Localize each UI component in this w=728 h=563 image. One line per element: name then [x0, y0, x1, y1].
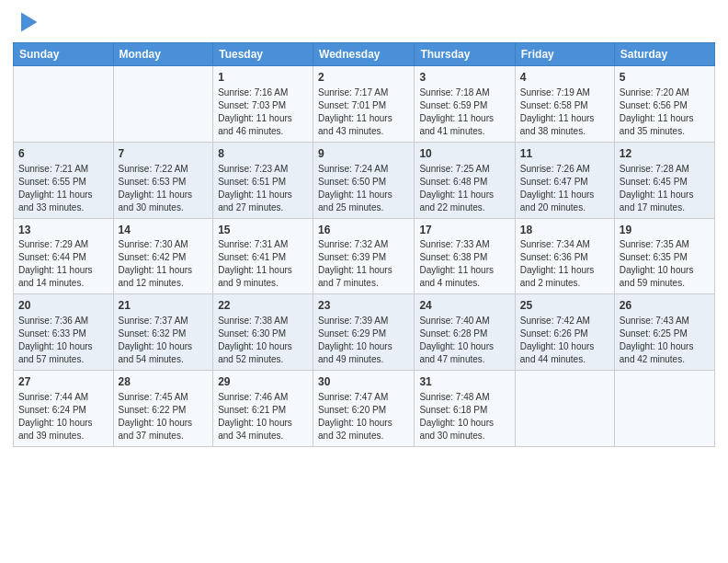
day-info: Sunrise: 7:19 AM Sunset: 6:58 PM Dayligh… — [520, 86, 609, 138]
day-number: 14 — [119, 223, 209, 238]
day-info: Sunrise: 7:20 AM Sunset: 6:56 PM Dayligh… — [620, 86, 710, 138]
day-info: Sunrise: 7:32 AM Sunset: 6:39 PM Dayligh… — [318, 238, 409, 290]
header-cell-friday: Friday — [515, 43, 614, 66]
day-number: 15 — [218, 223, 308, 238]
calendar-cell: 28Sunrise: 7:45 AM Sunset: 6:22 PM Dayli… — [113, 371, 213, 447]
main-container: SundayMondayTuesdayWednesdayThursdayFrid… — [0, 0, 728, 454]
day-info: Sunrise: 7:21 AM Sunset: 6:55 PM Dayligh… — [18, 163, 108, 214]
week-row-2: 6Sunrise: 7:21 AM Sunset: 6:55 PM Daylig… — [14, 142, 715, 218]
calendar-cell: 14Sunrise: 7:30 AM Sunset: 6:42 PM Dayli… — [113, 218, 213, 294]
logo-icon — [15, 9, 40, 35]
day-number: 7 — [119, 146, 209, 162]
day-info: Sunrise: 7:33 AM Sunset: 6:38 PM Dayligh… — [419, 238, 509, 290]
day-number: 13 — [18, 223, 108, 238]
day-number: 19 — [620, 223, 710, 238]
svg-marker-0 — [21, 13, 38, 32]
day-number: 30 — [318, 374, 409, 390]
day-info: Sunrise: 7:37 AM Sunset: 6:32 PM Dayligh… — [119, 315, 209, 366]
day-number: 10 — [419, 146, 509, 162]
week-row-4: 20Sunrise: 7:36 AM Sunset: 6:33 PM Dayli… — [14, 294, 715, 371]
calendar-cell: 21Sunrise: 7:37 AM Sunset: 6:32 PM Dayli… — [113, 294, 213, 371]
day-info: Sunrise: 7:28 AM Sunset: 6:45 PM Dayligh… — [620, 163, 710, 214]
calendar-cell: 25Sunrise: 7:42 AM Sunset: 6:26 PM Dayli… — [515, 294, 614, 371]
calendar-table: SundayMondayTuesdayWednesdayThursdayFrid… — [13, 42, 715, 447]
day-info: Sunrise: 7:45 AM Sunset: 6:22 PM Dayligh… — [119, 391, 209, 442]
day-number: 23 — [318, 298, 409, 314]
header-cell-thursday: Thursday — [415, 43, 515, 66]
day-number: 1 — [218, 70, 308, 86]
calendar-cell: 11Sunrise: 7:26 AM Sunset: 6:47 PM Dayli… — [515, 142, 614, 218]
week-row-3: 13Sunrise: 7:29 AM Sunset: 6:44 PM Dayli… — [14, 218, 715, 294]
header-cell-wednesday: Wednesday — [313, 43, 415, 66]
day-info: Sunrise: 7:43 AM Sunset: 6:25 PM Dayligh… — [620, 315, 710, 366]
calendar-cell: 9Sunrise: 7:24 AM Sunset: 6:50 PM Daylig… — [313, 142, 415, 218]
day-info: Sunrise: 7:34 AM Sunset: 6:36 PM Dayligh… — [520, 238, 609, 290]
day-info: Sunrise: 7:30 AM Sunset: 6:42 PM Dayligh… — [119, 238, 209, 290]
day-info: Sunrise: 7:36 AM Sunset: 6:33 PM Dayligh… — [18, 315, 108, 366]
calendar-cell: 16Sunrise: 7:32 AM Sunset: 6:39 PM Dayli… — [313, 218, 415, 294]
calendar-cell: 13Sunrise: 7:29 AM Sunset: 6:44 PM Dayli… — [14, 218, 114, 294]
day-number: 21 — [119, 298, 209, 314]
calendar-cell: 27Sunrise: 7:44 AM Sunset: 6:24 PM Dayli… — [14, 371, 114, 447]
day-info: Sunrise: 7:46 AM Sunset: 6:21 PM Dayligh… — [218, 391, 308, 442]
day-info: Sunrise: 7:39 AM Sunset: 6:29 PM Dayligh… — [318, 315, 409, 366]
calendar-cell: 30Sunrise: 7:47 AM Sunset: 6:20 PM Dayli… — [313, 371, 415, 447]
calendar-cell: 17Sunrise: 7:33 AM Sunset: 6:38 PM Dayli… — [415, 218, 515, 294]
day-number: 9 — [318, 146, 409, 162]
calendar-cell: 29Sunrise: 7:46 AM Sunset: 6:21 PM Dayli… — [213, 371, 313, 447]
day-info: Sunrise: 7:22 AM Sunset: 6:53 PM Dayligh… — [119, 163, 209, 214]
header-cell-monday: Monday — [113, 43, 213, 66]
calendar-cell — [113, 66, 213, 143]
header-cell-sunday: Sunday — [14, 43, 114, 66]
day-info: Sunrise: 7:38 AM Sunset: 6:30 PM Dayligh… — [218, 315, 308, 366]
day-info: Sunrise: 7:18 AM Sunset: 6:59 PM Dayligh… — [419, 86, 509, 138]
calendar-cell — [614, 371, 714, 447]
day-info: Sunrise: 7:26 AM Sunset: 6:47 PM Dayligh… — [520, 163, 609, 214]
calendar-cell: 24Sunrise: 7:40 AM Sunset: 6:28 PM Dayli… — [415, 294, 515, 371]
day-info: Sunrise: 7:31 AM Sunset: 6:41 PM Dayligh… — [218, 238, 308, 290]
calendar-cell: 8Sunrise: 7:23 AM Sunset: 6:51 PM Daylig… — [213, 142, 313, 218]
day-number: 12 — [620, 146, 710, 162]
day-number: 11 — [520, 146, 609, 162]
day-number: 17 — [419, 223, 509, 238]
calendar-cell: 3Sunrise: 7:18 AM Sunset: 6:59 PM Daylig… — [415, 66, 515, 143]
calendar-cell: 12Sunrise: 7:28 AM Sunset: 6:45 PM Dayli… — [614, 142, 714, 218]
day-info: Sunrise: 7:48 AM Sunset: 6:18 PM Dayligh… — [419, 391, 509, 442]
day-number: 3 — [419, 70, 509, 86]
day-info: Sunrise: 7:35 AM Sunset: 6:35 PM Dayligh… — [620, 238, 710, 290]
header-area — [13, 9, 715, 35]
day-info: Sunrise: 7:17 AM Sunset: 7:01 PM Dayligh… — [318, 86, 409, 138]
day-number: 22 — [218, 298, 308, 314]
day-number: 27 — [18, 374, 108, 390]
day-number: 24 — [419, 298, 509, 314]
day-number: 29 — [218, 374, 308, 390]
day-number: 6 — [18, 146, 108, 162]
calendar-cell: 10Sunrise: 7:25 AM Sunset: 6:48 PM Dayli… — [415, 142, 515, 218]
day-info: Sunrise: 7:24 AM Sunset: 6:50 PM Dayligh… — [318, 163, 409, 214]
calendar-cell — [14, 66, 114, 143]
header-cell-saturday: Saturday — [614, 43, 714, 66]
calendar-cell: 2Sunrise: 7:17 AM Sunset: 7:01 PM Daylig… — [313, 66, 415, 143]
day-number: 26 — [620, 298, 710, 314]
day-info: Sunrise: 7:44 AM Sunset: 6:24 PM Dayligh… — [18, 391, 108, 442]
day-info: Sunrise: 7:23 AM Sunset: 6:51 PM Dayligh… — [218, 163, 308, 214]
calendar-cell: 4Sunrise: 7:19 AM Sunset: 6:58 PM Daylig… — [515, 66, 614, 143]
calendar-cell: 23Sunrise: 7:39 AM Sunset: 6:29 PM Dayli… — [313, 294, 415, 371]
calendar-cell: 26Sunrise: 7:43 AM Sunset: 6:25 PM Dayli… — [614, 294, 714, 371]
day-info: Sunrise: 7:40 AM Sunset: 6:28 PM Dayligh… — [419, 315, 509, 366]
day-number: 8 — [218, 146, 308, 162]
day-number: 31 — [419, 374, 509, 390]
day-number: 5 — [620, 70, 710, 86]
week-row-1: 1Sunrise: 7:16 AM Sunset: 7:03 PM Daylig… — [14, 66, 715, 143]
day-info: Sunrise: 7:42 AM Sunset: 6:26 PM Dayligh… — [520, 315, 609, 366]
calendar-cell — [515, 371, 614, 447]
day-number: 4 — [520, 70, 609, 86]
day-number: 16 — [318, 223, 409, 238]
day-info: Sunrise: 7:29 AM Sunset: 6:44 PM Dayligh… — [18, 238, 108, 290]
calendar-cell: 18Sunrise: 7:34 AM Sunset: 6:36 PM Dayli… — [515, 218, 614, 294]
day-number: 20 — [18, 298, 108, 314]
day-number: 18 — [520, 223, 609, 238]
calendar-cell: 22Sunrise: 7:38 AM Sunset: 6:30 PM Dayli… — [213, 294, 313, 371]
day-info: Sunrise: 7:47 AM Sunset: 6:20 PM Dayligh… — [318, 391, 409, 442]
day-number: 28 — [119, 374, 209, 390]
